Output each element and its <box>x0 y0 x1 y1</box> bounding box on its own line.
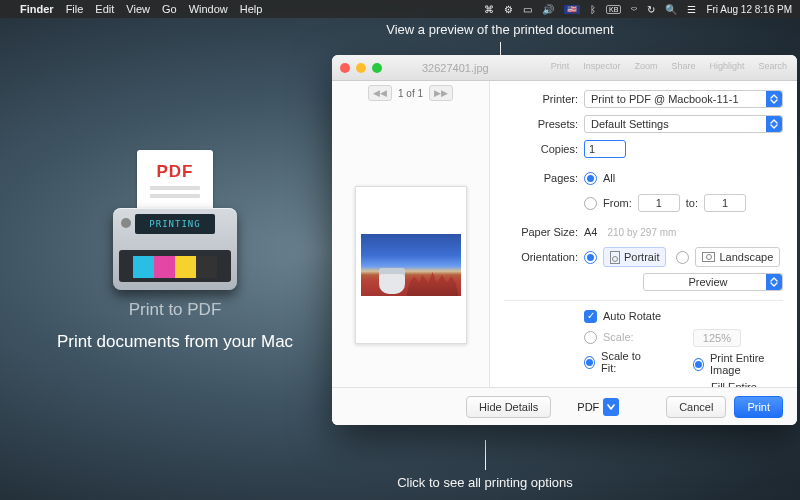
output-tray-icon <box>119 250 231 282</box>
page-thumbnail[interactable] <box>355 186 467 344</box>
chevron-updown-icon <box>766 91 782 107</box>
auto-rotate-label: Auto Rotate <box>603 310 661 322</box>
menubar-clock[interactable]: Fri Aug 12 8:16 PM <box>706 4 792 15</box>
toolbar-item[interactable]: Print <box>551 61 570 71</box>
page-nav: ◀◀ 1 of 1 ▶▶ <box>332 81 489 105</box>
label-orientation: Orientation: <box>504 251 578 263</box>
presets-value: Default Settings <box>591 118 669 130</box>
scale-input: 125% <box>693 329 741 347</box>
portrait-button[interactable]: Portrait <box>603 247 666 267</box>
orientation-portrait-radio[interactable] <box>584 251 597 264</box>
print-dialog: ◀◀ 1 of 1 ▶▶ ? Printer: Print to PDF @ M… <box>332 81 797 425</box>
printer-select[interactable]: Print to PDF @ Macbook-11-1 <box>584 90 783 108</box>
pages-from-input[interactable]: 1 <box>638 194 680 212</box>
prev-page-button[interactable]: ◀◀ <box>368 85 392 101</box>
callout-text: View a preview of the printed document <box>386 22 613 37</box>
printer-screen: PRINTING <box>135 214 215 234</box>
sync-icon[interactable]: ↻ <box>647 4 655 15</box>
printer-value: Print to PDF @ Macbook-11-1 <box>591 93 739 105</box>
label-presets: Presets: <box>504 118 578 130</box>
window-title: 32627401.jpg <box>422 62 489 74</box>
callout-details: Click to see all printing options <box>360 440 610 490</box>
menubar-file[interactable]: File <box>66 3 84 15</box>
spotlight-icon[interactable]: 🔍 <box>665 4 677 15</box>
print-entire-image-radio[interactable] <box>693 358 704 371</box>
pages-to-input[interactable]: 1 <box>704 194 746 212</box>
label-paper-size: Paper Size: <box>504 226 578 238</box>
zoom-icon[interactable] <box>372 63 382 73</box>
keyboard-icon[interactable]: KB <box>606 5 621 14</box>
scale-radio[interactable] <box>584 331 597 344</box>
pdf-menu-label: PDF <box>577 401 599 413</box>
preview-window: 32627401.jpg Print Inspector Zoom Share … <box>332 55 797 425</box>
volume-icon[interactable]: 🔊 <box>542 4 554 15</box>
menubar-view[interactable]: View <box>126 3 150 15</box>
options-pane: Printer: Print to PDF @ Macbook-11-1 Pre… <box>490 81 797 425</box>
pages-from-label: From: <box>603 197 632 209</box>
callout-line <box>485 440 486 470</box>
scale-to-fit-label: Scale to Fit: <box>601 350 649 374</box>
menubar-help[interactable]: Help <box>240 3 263 15</box>
toolbar-item[interactable]: Share <box>671 61 695 71</box>
scale-to-fit-radio[interactable] <box>584 356 595 369</box>
copies-input[interactable]: 1 <box>584 140 626 158</box>
label-copies: Copies: <box>504 143 578 155</box>
presets-select[interactable]: Default Settings <box>584 115 783 133</box>
toolbar-item[interactable]: Search <box>758 61 787 71</box>
wifi-icon[interactable]: ⌔ <box>631 4 637 15</box>
scale-label: Scale: <box>603 331 634 343</box>
cancel-button[interactable]: Cancel <box>666 396 726 418</box>
toolbar-item[interactable]: Highlight <box>709 61 744 71</box>
printer-body-icon: PRINTING <box>113 208 237 290</box>
printer-icon: PDF PRINTING <box>105 150 245 290</box>
toolbar-item[interactable]: Inspector <box>583 61 620 71</box>
paper-in-icon: PDF <box>137 150 213 210</box>
portrait-icon <box>610 251 620 264</box>
label-pages: Pages: <box>504 172 578 184</box>
toolbar-item[interactable]: Zoom <box>634 61 657 71</box>
preview-pane: ◀◀ 1 of 1 ▶▶ ? <box>332 81 490 425</box>
close-icon[interactable] <box>340 63 350 73</box>
promo-title: Print to PDF <box>50 300 300 320</box>
thumbnail-image <box>361 234 461 296</box>
chevron-updown-icon <box>766 116 782 132</box>
landscape-button[interactable]: Landscape <box>695 247 780 267</box>
menubar-edit[interactable]: Edit <box>95 3 114 15</box>
menubar-window[interactable]: Window <box>189 3 228 15</box>
menubar-go[interactable]: Go <box>162 3 177 15</box>
promo: PDF PRINTING Print to PDF Print document… <box>50 150 300 352</box>
landscape-icon <box>702 252 715 262</box>
flag-icon[interactable]: 🇺🇸 <box>564 5 580 14</box>
minimize-icon[interactable] <box>356 63 366 73</box>
submenu-select[interactable]: Preview <box>643 273 783 291</box>
titlebar: 32627401.jpg Print Inspector Zoom Share … <box>332 55 797 81</box>
notification-icon[interactable]: ☰ <box>687 4 696 15</box>
bluetooth-icon[interactable]: ᛒ <box>590 4 596 15</box>
pages-all-radio[interactable] <box>584 172 597 185</box>
pdf-label: PDF <box>157 162 194 182</box>
page-indicator: 1 of 1 <box>398 88 423 99</box>
next-page-button[interactable]: ▶▶ <box>429 85 453 101</box>
submenu-value: Preview <box>688 276 727 288</box>
battery-icon[interactable]: ▭ <box>523 4 532 15</box>
auto-rotate-check[interactable] <box>584 310 597 323</box>
label-printer: Printer: <box>504 93 578 105</box>
paper-size-value[interactable]: A4 <box>584 226 597 238</box>
promo-subtitle: Print documents from your Mac <box>50 332 300 352</box>
print-button[interactable]: Print <box>734 396 783 418</box>
menu-extra-icon[interactable]: ⌘ <box>484 4 494 15</box>
menu-extra-icon[interactable]: ⚙ <box>504 4 513 15</box>
thumb-wrap <box>332 105 489 425</box>
hide-details-button[interactable]: Hide Details <box>466 396 551 418</box>
traffic-lights <box>340 63 382 73</box>
menubar-app[interactable]: Finder <box>20 3 54 15</box>
pages-all-label: All <box>603 172 615 184</box>
callout-text: Click to see all printing options <box>397 475 573 490</box>
pages-to-label: to: <box>686 197 698 209</box>
pdf-menu-button[interactable] <box>603 398 619 416</box>
paper-size-dim: 210 by 297 mm <box>607 227 676 238</box>
menubar: Finder File Edit View Go Window Help ⌘ ⚙… <box>0 0 800 18</box>
dialog-footer: Hide Details PDF Cancel Print <box>332 387 797 425</box>
pages-range-radio[interactable] <box>584 197 597 210</box>
orientation-landscape-radio[interactable] <box>676 251 689 264</box>
